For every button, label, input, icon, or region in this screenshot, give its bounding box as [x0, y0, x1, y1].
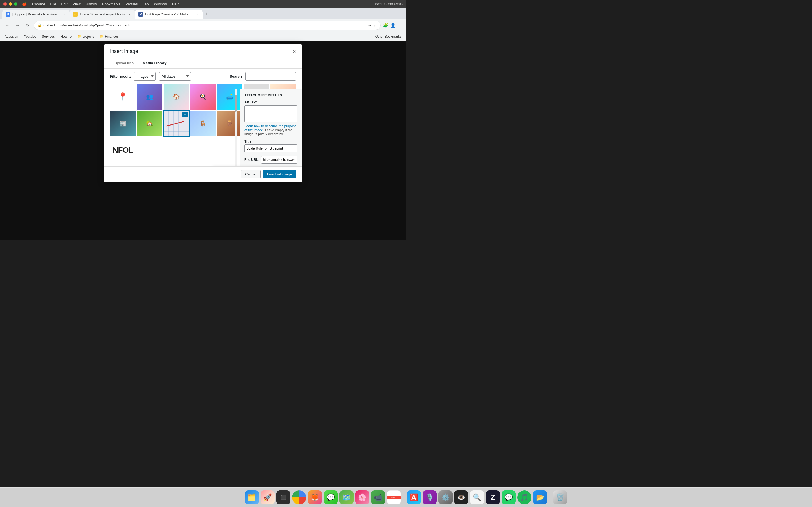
folder-icon-finances: 📁 [100, 35, 104, 38]
menu-chrome[interactable]: Chrome [32, 2, 45, 6]
learn-link-container: Learn how to describe the purpose of the… [245, 124, 297, 136]
filter-type-select[interactable]: Images Audio Video [134, 72, 156, 80]
folder-icon-projects: 📁 [77, 35, 81, 38]
building-image: 🏢 [110, 111, 136, 136]
title-label: Title [245, 139, 297, 144]
modal-overlay: Insert Image × Upload files Media Librar… [0, 41, 406, 240]
tab-upload-files[interactable]: Upload files [110, 58, 138, 68]
extensions-icon[interactable]: 🧩 [383, 22, 389, 28]
search-input[interactable] [245, 72, 296, 80]
menu-window[interactable]: Window [154, 2, 167, 6]
modal-close-button[interactable]: × [293, 49, 296, 54]
menu-help[interactable]: Help [172, 2, 180, 6]
close-button[interactable] [3, 2, 7, 6]
modernhouse-image: 🏡 [137, 111, 162, 136]
pin-icon: 📍 [118, 92, 128, 101]
media-item-house[interactable]: 🏠 [163, 84, 189, 110]
menu-file[interactable]: File [50, 2, 56, 6]
team-image: 👥 [137, 84, 162, 110]
media-item-logo[interactable]: 📍 [110, 84, 136, 110]
system-time: Wed 08 Mar 05:03 [375, 2, 403, 6]
chrome-menu-icon[interactable]: ⋮ [398, 22, 403, 29]
modal-header: Insert Image × [104, 44, 302, 58]
bookmark-atlassian-label: Atlassian [4, 35, 18, 39]
tab-favicon-support: M [6, 12, 10, 17]
bookmark-youtube[interactable]: Youtube [22, 33, 39, 40]
tab-close-imagesizes[interactable]: × [127, 12, 132, 17]
interior-image: 🪑 [190, 111, 216, 136]
file-url-row: File URL: [245, 156, 297, 164]
fullscreen-button[interactable] [14, 2, 17, 6]
search-label: Search [230, 74, 242, 78]
menu-profiles[interactable]: Profiles [125, 2, 138, 6]
new-tab-button[interactable]: + [203, 10, 211, 18]
bookmark-services-label: Services [42, 35, 55, 39]
title-field: Title [245, 139, 297, 152]
apple-menu[interactable]: 🍎 [22, 2, 27, 6]
media-item-kitchen[interactable]: 🍳 [190, 84, 216, 110]
bookmark-star-icon[interactable]: ☆ [373, 23, 377, 27]
logo-image: 📍 [110, 84, 136, 110]
media-item-nfol[interactable]: NFOL [110, 137, 136, 163]
media-item-modernhouse[interactable]: 🏡 [137, 111, 162, 136]
media-item-livingroom[interactable]: 🛋️ [217, 84, 243, 110]
media-item-building[interactable]: 🏢 [110, 111, 136, 136]
modal-footer: Cancel Insert into page [104, 166, 302, 182]
back-button[interactable]: ← [3, 21, 11, 29]
tab-close-support[interactable]: × [62, 12, 66, 17]
cancel-button[interactable]: Cancel [241, 170, 260, 178]
address-url: maltech.mw/wp-admin/post.php?post=25&act… [43, 23, 366, 27]
cast-icon[interactable]: ⊹ [368, 23, 371, 27]
addressbar: ← → ↻ 🔒 maltech.mw/wp-admin/post.php?pos… [0, 18, 406, 32]
media-item-woodwork[interactable]: 🪵 [217, 111, 243, 136]
bookmark-projects[interactable]: 📁 projects [75, 33, 96, 40]
bookmark-other-label: Other Bookmarks [375, 35, 402, 39]
woodwork-image: 🪵 [217, 111, 243, 136]
bookmark-howto[interactable]: How To [58, 33, 74, 40]
tab-editpage[interactable]: M Edit Page "Services" < Maltech... × [135, 10, 203, 18]
filter-row: Filter media Images Audio Video All date… [104, 69, 302, 84]
media-item-interior[interactable]: 🪑 [190, 111, 216, 136]
menu-edit[interactable]: Edit [61, 2, 67, 6]
scrollbar-thumb[interactable] [235, 95, 237, 112]
tab-favicon-editpage: M [139, 12, 143, 17]
menu-history[interactable]: History [86, 2, 97, 6]
bookmark-finances-label: Finances [105, 35, 119, 39]
tab-label-support: [Support | Kriesi.at - Premium... [12, 12, 59, 16]
address-box[interactable]: 🔒 maltech.mw/wp-admin/post.php?post=25&a… [34, 21, 380, 30]
scrollbar-track [235, 89, 237, 166]
menu-bookmarks[interactable]: Bookmarks [102, 2, 120, 6]
nfol-image: NFOL [110, 137, 136, 163]
reload-button[interactable]: ↻ [24, 21, 32, 29]
bookmark-other[interactable]: Other Bookmarks [373, 33, 404, 40]
menu-tab[interactable]: Tab [143, 2, 149, 6]
title-input[interactable] [245, 145, 297, 152]
chrome-toolbar-right: 🧩 👤 ⋮ [383, 22, 403, 29]
alt-text-input[interactable] [245, 105, 297, 122]
tab-support[interactable]: M [Support | Kriesi.at - Premium... × [2, 10, 70, 18]
forward-button[interactable]: → [13, 21, 21, 29]
tab-label-editpage: Edit Page "Services" < Maltech... [145, 12, 193, 16]
media-item-team[interactable]: 👥 [137, 84, 162, 110]
bookmark-projects-label: projects [82, 35, 94, 39]
tab-media-library[interactable]: Media Library [138, 58, 171, 68]
insert-into-page-button[interactable]: Insert into page [263, 170, 296, 178]
profile-icon[interactable]: 👤 [390, 22, 396, 28]
menu-view[interactable]: View [73, 2, 81, 6]
bookmark-services[interactable]: Services [40, 33, 57, 40]
filter-media-label: Filter media [110, 74, 131, 78]
insert-image-modal: Insert Image × Upload files Media Librar… [104, 44, 302, 182]
media-item-blueprint[interactable]: ✓ [163, 111, 189, 136]
bookmark-atlassian[interactable]: Atlassian [2, 33, 20, 40]
bookmark-finances[interactable]: 📁 Finances [98, 33, 121, 40]
bookmark-youtube-label: Youtube [24, 35, 36, 39]
modal-body: Filter media Images Audio Video All date… [104, 69, 302, 166]
attachment-details-title: ATTACHMENT DETAILS [245, 94, 297, 97]
address-icons: ⊹ ☆ [368, 23, 377, 27]
file-url-input[interactable] [261, 156, 297, 164]
filter-date-select[interactable]: All dates January 2023 [159, 72, 191, 80]
tab-imagesizes[interactable]: ⚡ Image Sizes and Aspect Ratio × [70, 10, 135, 18]
titlebar: 🍎 Chrome File Edit View History Bookmark… [0, 0, 406, 8]
minimize-button[interactable] [9, 2, 12, 6]
tab-close-editpage[interactable]: × [195, 12, 199, 17]
